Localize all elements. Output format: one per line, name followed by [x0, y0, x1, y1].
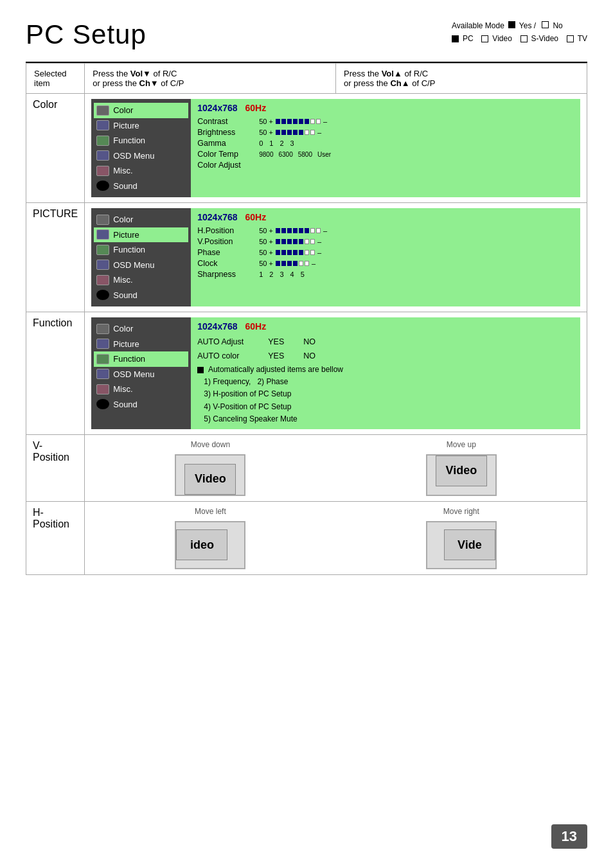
color-row: Color Color Picture Function — [26, 94, 587, 203]
picture-menu-osd: OSD Menu — [96, 258, 186, 273]
func-menu-misc: Misc. — [96, 382, 186, 397]
hpos-right-text: Vide — [458, 538, 482, 552]
color-icon — [96, 105, 109, 116]
contrast-row: Contrast 50 + — [197, 117, 574, 126]
seg — [276, 261, 280, 266]
color-menu-osd-label: OSD Menu — [113, 150, 154, 163]
vposition-label: V.Position — [197, 237, 255, 246]
color-menu-sound-label: Sound — [113, 180, 138, 193]
sharp-3: 3 — [280, 270, 283, 278]
function-label: Function — [26, 312, 85, 435]
hposition-section-row: H-Position Move left ideo Move right Vid… — [26, 501, 587, 574]
seg — [293, 261, 298, 266]
auto-adjust-no: NO — [303, 335, 315, 348]
hpos-bar-segs — [276, 228, 321, 233]
auto-color-values: YES NO — [268, 350, 315, 362]
page-header: PC Setup Available Mode Yes / No PC Vide… — [26, 19, 587, 50]
video-label: Video — [492, 32, 516, 45]
seg — [281, 250, 286, 255]
picture-menu-sound-label: Sound — [113, 289, 138, 302]
picture-menu-function-label: Function — [113, 244, 145, 256]
brightness-minus: – — [317, 128, 321, 136]
func-details: AUTO Adjust YES NO AUTO color YES NO — [197, 335, 574, 425]
color-menu-misc: Misc. — [96, 163, 186, 179]
vol-up-bold: Vol▲ — [382, 69, 402, 78]
phase-bar-segs — [276, 250, 315, 255]
hpos-right-label: Move right — [443, 507, 479, 516]
gamma-options: 0 1 2 3 — [259, 139, 294, 147]
sharpness-label: Sharpness — [197, 270, 255, 279]
auto-color-yes: YES — [268, 350, 284, 362]
clock-label: Clock — [197, 259, 255, 268]
vpos-up-inner: Video — [436, 456, 487, 486]
vposition-section-content: Move down Video Move up Video — [85, 434, 587, 501]
clock-bar: 50 + – — [259, 260, 315, 267]
seg — [287, 261, 292, 266]
contrast-value: 50 + — [259, 118, 273, 125]
seg — [316, 228, 321, 233]
clock-bar-segs — [276, 261, 309, 266]
gamma-3: 3 — [290, 139, 294, 147]
seg — [287, 228, 292, 233]
seg — [293, 130, 298, 135]
func-menu-osd-label: OSD Menu — [113, 368, 154, 381]
yes-label: Yes / — [519, 19, 538, 32]
temp-6300: 6300 — [278, 151, 292, 158]
hposition-bar: 50 + – — [259, 227, 327, 235]
bullet-item-2: 3) H-position of PC Setup — [197, 388, 574, 400]
temp-5800: 5800 — [298, 151, 312, 158]
vpos-down-label: Move down — [191, 440, 230, 449]
seg — [276, 239, 280, 244]
auto-items-list: Automatically adjusted items are bellow … — [197, 364, 574, 425]
bullet-item-4: 5) Canceling Speaker Mute — [197, 413, 574, 425]
ch-up-bold: Ch▲ — [390, 78, 409, 88]
page-number: 13 — [551, 824, 587, 849]
picture-menu-function: Function — [96, 242, 186, 258]
no-label: No — [553, 19, 562, 32]
bullet-header: Automatically adjusted items are bellow — [197, 364, 574, 376]
picture-menu-misc-label: Misc. — [113, 274, 132, 287]
vpos-down-inner: Video — [184, 464, 236, 495]
picture-osd-right: 1024x768 60Hz H.Position 50 + — [191, 208, 580, 306]
brightness-bar: 50 + – — [259, 128, 321, 136]
gamma-2: 2 — [280, 139, 283, 147]
seg — [299, 261, 303, 266]
seg — [299, 119, 303, 124]
vpos-position-row: Move down Video Move up Video — [85, 435, 587, 501]
seg — [276, 228, 280, 233]
color-content: Color Picture Function OSD Menu — [85, 94, 587, 203]
hposition-section-content: Move left ideo Move right Vide — [85, 501, 587, 574]
picture-color-icon — [96, 215, 109, 225]
color-menu-function-label: Function — [113, 134, 145, 147]
hpos-left-label: Move left — [195, 507, 226, 516]
seg — [293, 239, 298, 244]
hpos-position-row: Move left ideo Move right Vide — [85, 502, 587, 574]
color-resolution: 1024x768 60Hz — [197, 103, 574, 113]
picture-menu-picture-label: Picture — [113, 229, 139, 242]
function-icon — [96, 136, 109, 146]
func-osd-icon — [96, 369, 109, 379]
seg — [310, 239, 315, 244]
hpos-right-box: Vide — [426, 521, 497, 569]
auto-color-label: AUTO color — [197, 350, 255, 362]
hpos-left-box: ideo — [175, 521, 245, 569]
clock-row: Clock 50 + – — [197, 259, 574, 268]
func-menu-picture: Picture — [96, 337, 186, 352]
contrast-minus: – — [323, 118, 327, 125]
func-menu-misc-label: Misc. — [113, 383, 132, 396]
contrast-label: Contrast — [197, 117, 255, 126]
pc-label: PC — [463, 32, 477, 45]
misc-icon — [96, 166, 109, 176]
auto-color-no: NO — [303, 350, 315, 362]
picture-row: PICTURE Color Picture Function — [26, 203, 587, 312]
picture-picture-icon — [96, 229, 109, 240]
vpos-bar-segs — [276, 239, 315, 244]
func-menu-color-label: Color — [113, 323, 133, 335]
hpos-left-inner: ideo — [176, 529, 227, 560]
picture-menu-color-label: Color — [113, 213, 133, 226]
function-osd-menu: Color Picture Function OSD Menu — [91, 317, 191, 429]
hposition-section-label: H-Position — [26, 501, 85, 574]
clock-value: 50 + — [259, 260, 273, 267]
brightness-label: Brightness — [197, 128, 255, 137]
func-freq-value: 60Hz — [245, 321, 267, 332]
